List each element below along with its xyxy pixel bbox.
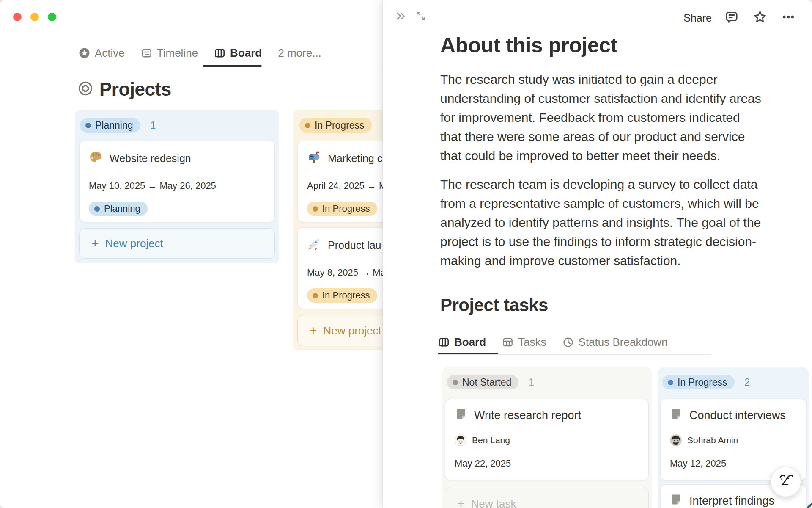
page-title-text: Projects bbox=[99, 79, 171, 100]
status-badge-in-progress[interactable]: In Progress bbox=[299, 118, 372, 133]
ai-face-icon bbox=[776, 472, 795, 492]
tab-label: Status Breakdown bbox=[579, 336, 668, 349]
notion-window: Active Timeline Board 2 more... bbox=[0, 0, 812, 508]
board-icon bbox=[214, 47, 225, 59]
ellipsis-icon bbox=[781, 10, 796, 26]
card-status-tag: In Progress bbox=[307, 202, 377, 216]
card-title: Write research report bbox=[474, 409, 581, 422]
assignee-row: Sohrab Amin bbox=[670, 434, 797, 446]
new-task-button[interactable]: + New task bbox=[445, 487, 649, 508]
status-badge-not-started[interactable]: Not Started bbox=[447, 375, 518, 389]
notion-ai-button[interactable] bbox=[771, 467, 801, 497]
new-project-button[interactable]: + New project bbox=[79, 228, 275, 259]
share-button[interactable]: Share bbox=[683, 12, 712, 24]
card-title: Interpret findings bbox=[689, 494, 774, 508]
tab-timeline-view[interactable]: Timeline bbox=[141, 47, 198, 60]
tab-board-view[interactable]: Board bbox=[438, 336, 486, 349]
close-window-button[interactable] bbox=[13, 13, 22, 21]
card-title: Conduct interviews bbox=[689, 409, 786, 422]
mailbox-emoji bbox=[307, 150, 321, 167]
tab-board-view[interactable]: Board bbox=[214, 47, 262, 60]
open-full-page-button[interactable] bbox=[412, 8, 429, 25]
palette-emoji bbox=[89, 150, 103, 167]
status-dot bbox=[668, 380, 673, 385]
tabs-divider bbox=[71, 67, 383, 68]
star-circle-icon bbox=[79, 47, 90, 59]
window-controls bbox=[13, 13, 56, 21]
task-page-icon bbox=[455, 408, 467, 423]
tasks-view-tabs: Board Tasks Status Breakdown bbox=[438, 333, 668, 351]
tab-label: Board bbox=[454, 336, 486, 349]
comments-button[interactable] bbox=[723, 9, 740, 26]
tab-more-views[interactable]: 2 more... bbox=[278, 47, 321, 60]
double-chevron-right-icon bbox=[395, 10, 407, 24]
tab-active-view[interactable]: Active bbox=[79, 47, 125, 60]
plus-icon: + bbox=[457, 497, 465, 508]
tab-label: Active bbox=[95, 47, 125, 60]
project-card-website-redesign[interactable]: Website redesign May 10, 2025 → May 26, … bbox=[79, 141, 275, 222]
task-card-write-research-report[interactable]: Write research report Ben Lang May 22, 2… bbox=[445, 399, 649, 480]
column-header: Not Started 1 bbox=[447, 375, 652, 389]
expand-diagonal-icon bbox=[415, 10, 427, 24]
card-date: May 22, 2025 bbox=[455, 458, 639, 469]
plus-icon: + bbox=[310, 324, 317, 337]
table-icon bbox=[502, 337, 513, 348]
card-title: Marketing c bbox=[328, 152, 382, 165]
bullseye-icon bbox=[77, 80, 93, 98]
zoom-window-button[interactable] bbox=[48, 13, 56, 21]
tab-label: 2 more... bbox=[278, 47, 321, 60]
tasks-column-not-started: Not Started 1 Write research report Ben … bbox=[442, 367, 652, 508]
avatar-sohrab-amin bbox=[670, 434, 682, 446]
status-dot bbox=[305, 123, 310, 128]
card-status-tag: Planning bbox=[89, 202, 148, 216]
card-title: Product lau bbox=[328, 239, 381, 251]
more-options-button[interactable] bbox=[780, 9, 797, 26]
minimize-window-button[interactable] bbox=[30, 13, 39, 21]
status-dot bbox=[85, 123, 91, 128]
tab-label: Tasks bbox=[518, 336, 546, 349]
assignee-name: Ben Lang bbox=[472, 435, 510, 445]
assignee-row: Ben Lang bbox=[455, 434, 639, 446]
column-header: Planning 1 bbox=[80, 118, 279, 133]
peek-toolbar: Share bbox=[683, 9, 797, 26]
status-badge-planning[interactable]: Planning bbox=[80, 118, 140, 133]
peek-page-title: About this project bbox=[440, 33, 617, 58]
column-header: In Progress 2 bbox=[662, 375, 809, 389]
task-page-icon bbox=[670, 408, 683, 423]
tab-status-breakdown-view[interactable]: Status Breakdown bbox=[562, 336, 668, 349]
side-peek-panel: Share About this project The research st… bbox=[383, 0, 812, 508]
avatar-ben-lang bbox=[455, 434, 466, 446]
assignee-name: Sohrab Amin bbox=[687, 435, 738, 445]
clock-icon bbox=[562, 337, 574, 348]
column-count: 1 bbox=[529, 377, 534, 388]
tabs-divider bbox=[438, 354, 711, 355]
card-date-range: May 10, 2025 → May 26, 2025 bbox=[89, 180, 265, 191]
paragraph: The research study was initiated to gain… bbox=[440, 70, 762, 165]
status-dot bbox=[453, 380, 458, 385]
tab-tasks-view[interactable]: Tasks bbox=[502, 336, 546, 349]
card-date: May 12, 2025 bbox=[670, 458, 797, 469]
column-count: 2 bbox=[745, 377, 750, 388]
tab-label: Board bbox=[230, 47, 262, 60]
status-dot bbox=[313, 293, 318, 298]
tab-label: Timeline bbox=[157, 47, 198, 60]
board-column-planning: Planning 1 Website redesign May 10, 2025… bbox=[75, 110, 279, 263]
plus-icon: + bbox=[91, 237, 99, 250]
card-title: Website redesign bbox=[110, 152, 191, 165]
status-dot bbox=[94, 206, 100, 212]
rocket-emoji bbox=[307, 237, 321, 254]
close-peek-button[interactable] bbox=[393, 8, 410, 25]
status-badge-in-progress[interactable]: In Progress bbox=[662, 375, 735, 389]
task-page-icon bbox=[670, 493, 683, 508]
about-paragraphs: The research study was initiated to gain… bbox=[440, 70, 762, 280]
page-title: Projects bbox=[77, 79, 171, 100]
status-dot bbox=[313, 206, 318, 212]
star-icon bbox=[753, 10, 767, 26]
timeline-icon bbox=[141, 47, 152, 59]
favorite-button[interactable] bbox=[752, 9, 768, 26]
paragraph: The research team is developing a survey… bbox=[440, 175, 762, 270]
board-icon bbox=[438, 337, 450, 348]
comment-icon bbox=[724, 10, 739, 26]
tasks-section-title: Project tasks bbox=[440, 295, 548, 315]
projects-view-tabs: Active Timeline Board 2 more... bbox=[79, 44, 321, 62]
